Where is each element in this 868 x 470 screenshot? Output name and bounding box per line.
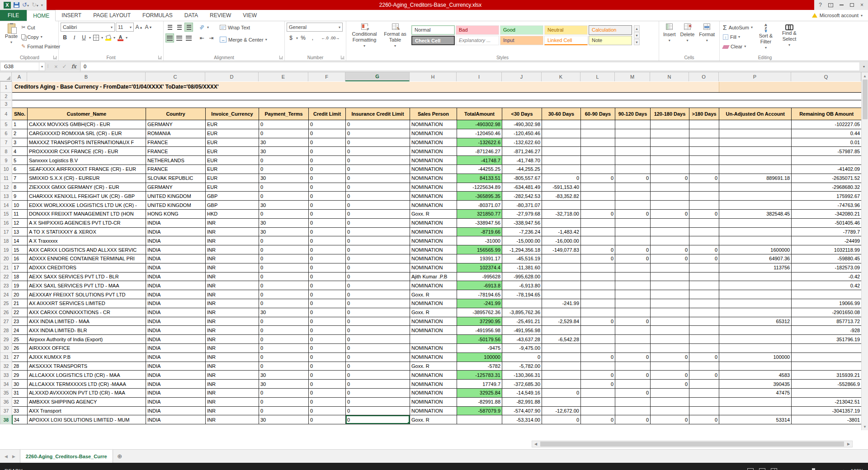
cell-G9[interactable]: 0: [346, 156, 410, 165]
cell-F18[interactable]: 0: [309, 236, 346, 245]
cell-K27[interactable]: -2,529.84: [542, 317, 581, 326]
undo-icon[interactable]: ↺▾: [22, 2, 29, 9]
cell-C27[interactable]: INDIA: [146, 317, 206, 326]
expand-formula-bar-icon[interactable]: ▾: [860, 61, 868, 72]
cell-G31[interactable]: 0: [346, 352, 410, 362]
cell-D15[interactable]: HKD: [206, 209, 259, 218]
table-header-F[interactable]: Credit Limit: [309, 108, 346, 120]
excel-logo-icon[interactable]: X: [4, 2, 11, 9]
cell-B16[interactable]: A X SHIPXXXG AGENCIES PVT LTD-CR: [28, 218, 146, 227]
cell-K32[interactable]: [542, 362, 581, 371]
scroll-right-icon[interactable]: ▶: [845, 442, 852, 446]
cell-K31[interactable]: [542, 352, 581, 362]
cell-D21[interactable]: INR: [206, 263, 259, 272]
cell-L13[interactable]: [581, 192, 615, 201]
cell-P16[interactable]: [719, 218, 792, 227]
align-center-button[interactable]: [175, 33, 184, 42]
cell-N5[interactable]: [651, 120, 689, 129]
cell-H33[interactable]: NOMINATION: [410, 371, 457, 380]
cell-L12[interactable]: [581, 183, 615, 192]
cell-H8[interactable]: NOMINATION: [410, 147, 457, 156]
cell-F28[interactable]: 0: [309, 326, 346, 335]
cell-O30[interactable]: [689, 343, 719, 352]
row-header-5[interactable]: 5: [0, 120, 12, 129]
cell-B34[interactable]: ALLCAXXX TERMXXXXS LTD (CR) -MAAA: [28, 380, 146, 389]
cell-O25[interactable]: [689, 299, 719, 308]
cell-Q18[interactable]: -24499: [792, 236, 862, 245]
sort-filter-button[interactable]: AZ▼ Sort & Filter▾: [754, 23, 778, 52]
cell-Q25[interactable]: 19066.99: [792, 299, 862, 308]
cell-C29[interactable]: INDIA: [146, 335, 206, 344]
cell-Q17[interactable]: -7789.7: [792, 227, 862, 236]
cell-F12[interactable]: 0: [309, 183, 346, 192]
cell-E10[interactable]: 0: [259, 164, 309, 174]
row-header-6[interactable]: 6: [0, 129, 12, 138]
zoom-level[interactable]: 100%: [851, 468, 863, 470]
cell-I35[interactable]: 32925.84: [457, 388, 502, 397]
cell-D29[interactable]: INR: [206, 335, 259, 344]
cell-P35[interactable]: 47475: [719, 388, 792, 397]
conditional-formatting-button[interactable]: Conditional Formatting▾: [348, 23, 381, 52]
cell-I21[interactable]: 102374.4: [457, 263, 502, 272]
cell-Q35[interactable]: [792, 388, 862, 397]
cell-B9[interactable]: Sanxxxx Logistics B.V: [28, 156, 146, 165]
cell-Q22[interactable]: -0.42: [792, 272, 862, 281]
cell-N23[interactable]: [651, 281, 689, 290]
row-header-17[interactable]: 17: [0, 227, 12, 236]
cell-A10[interactable]: 6: [12, 164, 28, 174]
cell-M21[interactable]: [615, 263, 651, 272]
cell-D26[interactable]: INR: [206, 308, 259, 317]
cell-P25[interactable]: [719, 299, 792, 308]
cell-A38[interactable]: 34: [12, 415, 28, 424]
cell-O26[interactable]: [689, 308, 719, 317]
cell-M24[interactable]: [615, 290, 651, 299]
cell-O36[interactable]: [689, 397, 719, 406]
cell-M12[interactable]: [615, 183, 651, 192]
row-header-36[interactable]: 36: [0, 397, 12, 406]
font-color-button[interactable]: A: [116, 33, 125, 42]
cell-E27[interactable]: 0: [259, 317, 309, 326]
cell-A32[interactable]: 28: [12, 362, 28, 371]
cell-E14[interactable]: 30: [259, 201, 309, 210]
autosum-button[interactable]: ΣAutoSum▾: [722, 23, 754, 32]
cell-F34[interactable]: 0: [309, 380, 346, 389]
add-sheet-button[interactable]: ⊕: [113, 450, 127, 463]
cell-E12[interactable]: 0: [259, 183, 309, 192]
cell-D17[interactable]: INR: [206, 227, 259, 236]
cell-C5[interactable]: GERMANY: [146, 120, 206, 129]
horizontal-scrollbar[interactable]: ◀ ▶: [532, 441, 853, 447]
cell-O24[interactable]: [689, 290, 719, 299]
cell-Q29[interactable]: 351796.19: [792, 335, 862, 344]
cell-Q38[interactable]: -3801: [792, 415, 862, 424]
cell-B14[interactable]: EDXX WORLXXXXE LOGISTICS LTD UK (CR) -: [28, 201, 146, 210]
row-header-37[interactable]: 37: [0, 406, 12, 415]
cell-E25[interactable]: 0: [259, 299, 309, 308]
cell-Q10[interactable]: -41402.09: [792, 164, 862, 174]
dialog-launcher-number[interactable]: [341, 56, 344, 59]
cell-F21[interactable]: 0: [309, 263, 346, 272]
cell-E22[interactable]: 0: [259, 272, 309, 281]
tab-formulas[interactable]: FORMULAS: [137, 10, 179, 21]
cell-F10[interactable]: 0: [309, 164, 346, 174]
cell-style-neutral[interactable]: Neutral: [544, 25, 588, 35]
cell-P14[interactable]: [719, 201, 792, 210]
cell-M7[interactable]: [615, 138, 651, 147]
cell-B25[interactable]: AX AIXXXRT SERVICES LIMITED: [28, 299, 146, 308]
cell-H25[interactable]: NOMINATION: [410, 299, 457, 308]
empty-row-3[interactable]: [12, 100, 862, 108]
row-header-38[interactable]: 38: [0, 415, 12, 424]
cell-H29[interactable]: [410, 335, 457, 344]
cell-G12[interactable]: 0: [346, 183, 410, 192]
cell-I5[interactable]: -490302.98: [457, 120, 502, 129]
row-header-11[interactable]: 11: [0, 174, 12, 183]
cell-C31[interactable]: INDIA: [146, 352, 206, 362]
cell-O32[interactable]: [689, 362, 719, 371]
cell-style-bad[interactable]: Bad: [456, 25, 499, 35]
row-header-12[interactable]: 12: [0, 183, 12, 192]
cell-J22[interactable]: -995,628.00: [502, 272, 542, 281]
cell-H5[interactable]: NOMINATION: [410, 120, 457, 129]
cell-style-good[interactable]: Good: [500, 25, 543, 35]
cell-L11[interactable]: 0: [581, 174, 615, 183]
name-box[interactable]: G38 ▾: [0, 62, 45, 71]
cell-K23[interactable]: [542, 281, 581, 290]
